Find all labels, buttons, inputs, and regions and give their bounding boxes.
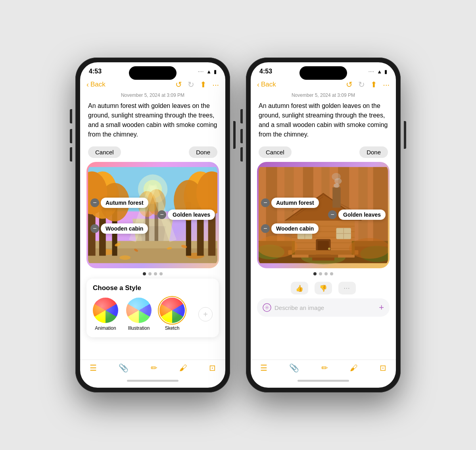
undo-icon-left[interactable]: ↺ — [175, 80, 182, 89]
pen-icon-right[interactable]: ✏ — [321, 363, 328, 373]
battery-icon-right: ▮ — [384, 69, 387, 75]
image-area-right: − Autumn forest − Golden leaves − Wooden… — [257, 162, 390, 268]
clip-icon-right[interactable]: 📎 — [289, 363, 299, 373]
back-button-right[interactable]: ‹ Back — [257, 81, 276, 89]
brush-icon-left[interactable]: 🖌 — [179, 363, 187, 373]
tag-wooden-cabin-left[interactable]: − Wooden cabin — [90, 223, 148, 234]
describe-placeholder[interactable]: Describe an image — [274, 304, 376, 311]
tag-label-autumn-right: Autumn forest — [271, 198, 319, 208]
list-icon-left[interactable]: ☰ — [90, 363, 97, 373]
note-content-left: November 5, 2024 at 3:09 PM An autumn fo… — [80, 92, 225, 360]
cancel-button-right[interactable]: Cancel — [259, 146, 292, 158]
bottom-toolbar-right: ☰ 📎 ✏ 🖌 ⊡ — [251, 360, 396, 377]
bottom-toolbar-left: ☰ 📎 ✏ 🖌 ⊡ — [80, 360, 225, 377]
list-icon-right[interactable]: ☰ — [260, 363, 267, 373]
tag-minus-left[interactable]: − — [90, 198, 99, 207]
tag-minus-golden-left[interactable]: − — [157, 210, 166, 219]
style-options: Animation Illustration Sketch — [93, 298, 185, 331]
tag-golden-leaves-right[interactable]: − Golden leaves — [328, 210, 386, 220]
pen-icon-left[interactable]: ✏ — [151, 363, 157, 373]
note-text-left: An autumn forest with golden leaves on t… — [80, 101, 225, 144]
animation-circle — [93, 298, 118, 323]
done-button-right[interactable]: Done — [359, 146, 388, 158]
status-time-left: 4:53 — [89, 68, 102, 75]
done-button-left[interactable]: Done — [189, 146, 217, 158]
tag-minus-autumn-right[interactable]: − — [261, 198, 270, 207]
tag-autumn-forest-right[interactable]: − Autumn forest — [261, 198, 319, 208]
note-date-right: November 5, 2024 at 3:09 PM — [251, 92, 396, 101]
sketch-circle — [159, 298, 185, 323]
cancel-button-left[interactable]: Cancel — [88, 146, 121, 158]
right-phone: 4:53 ···· ▲ ▮ ‹ Back ↺ ↻ ⬆ ··· — [246, 58, 401, 392]
describe-input-row: Describe an image + — [257, 298, 390, 317]
dot-1-left — [148, 272, 152, 275]
image-glow-left: − Autumn forest − Golden leaves − Wooden… — [86, 162, 219, 268]
tag-autumn-forest-left[interactable]: − Autumn forest — [90, 198, 148, 208]
edit-icon-right[interactable]: ⊡ — [380, 363, 386, 373]
style-option-illustration[interactable]: Illustration — [126, 298, 152, 331]
action-buttons-right: Cancel Done — [251, 144, 396, 162]
svg-rect-72 — [309, 255, 338, 258]
status-bar-left: 4:53 ···· ▲ ▮ — [80, 62, 225, 77]
svg-rect-73 — [312, 258, 334, 260]
chevron-left-icon-right: ‹ — [257, 81, 259, 89]
left-phone: 4:53 ···· ▲ ▮ ‹ Back ↺ ↻ ⬆ ··· — [75, 58, 230, 392]
thumbs-up-button[interactable]: 👍 — [291, 282, 308, 294]
thumbs-down-button[interactable]: 👎 — [315, 282, 332, 294]
svg-rect-56 — [332, 187, 340, 208]
tag-label-cabin-left: Wooden cabin — [101, 223, 148, 234]
back-label-right: Back — [261, 81, 276, 88]
svg-point-74 — [259, 235, 298, 258]
back-label-left: Back — [90, 81, 106, 88]
redo-icon-left[interactable]: ↻ — [188, 80, 194, 89]
more-icon-left[interactable]: ··· — [212, 80, 219, 89]
ai-sparkle-icon — [263, 303, 271, 312]
tag-minus-golden-right[interactable]: − — [328, 210, 337, 219]
undo-icon-right[interactable]: ↺ — [346, 80, 353, 89]
action-buttons-left: Cancel Done — [80, 144, 225, 162]
dot-0-left — [143, 272, 146, 275]
sketch-label: Sketch — [165, 325, 180, 331]
tag-minus-cabin-right[interactable]: − — [261, 224, 270, 233]
dot-2-left — [154, 272, 157, 275]
describe-plus-button[interactable]: + — [379, 302, 384, 313]
tag-minus-cabin-left[interactable]: − — [90, 224, 99, 233]
notch-right — [299, 66, 347, 80]
add-style-button[interactable]: + — [198, 307, 213, 321]
clip-icon-left[interactable]: 📎 — [119, 363, 129, 373]
brush-icon-right[interactable]: 🖌 — [350, 363, 358, 373]
tag-wooden-cabin-right[interactable]: − Wooden cabin — [261, 223, 319, 234]
home-bar-line-right — [298, 380, 349, 382]
back-button-left[interactable]: ‹ Back — [86, 81, 106, 89]
pagination-left — [80, 268, 225, 279]
notch-left — [129, 66, 177, 80]
more-icon-right[interactable]: ··· — [383, 80, 390, 89]
redo-icon-right[interactable]: ↻ — [358, 80, 365, 89]
style-option-animation[interactable]: Animation — [93, 298, 118, 331]
style-option-sketch[interactable]: Sketch — [159, 298, 185, 331]
dot-3-right — [330, 272, 333, 275]
wifi-icon-right: ▲ — [377, 69, 382, 75]
share-icon-left[interactable]: ⬆ — [200, 80, 207, 89]
status-time-right: 4:53 — [259, 68, 272, 75]
illustration-label: Illustration — [128, 325, 150, 331]
chevron-left-icon-left: ‹ — [86, 81, 89, 89]
svg-point-7 — [119, 256, 131, 260]
tag-label-autumn-left: Autumn forest — [101, 198, 148, 208]
signal-dots-right: ···· — [369, 69, 374, 74]
tag-golden-leaves-left[interactable]: − Golden leaves — [157, 210, 215, 220]
style-chooser: Choose a Style Animation Illustration — [86, 279, 219, 337]
illustration-circle — [126, 298, 152, 323]
more-options-button[interactable]: ··· — [338, 282, 356, 294]
edit-icon-left[interactable]: ⊡ — [209, 363, 216, 373]
home-bar-line-left — [127, 380, 178, 382]
share-icon-right[interactable]: ⬆ — [370, 80, 377, 89]
dot-2-right — [324, 272, 328, 275]
dot-0-right — [313, 272, 317, 275]
status-right-right: ···· ▲ ▮ — [369, 69, 387, 75]
status-right-left: ···· ▲ ▮ — [198, 69, 217, 75]
feedback-row-right: 👍 👎 ··· — [251, 279, 396, 298]
battery-icon-left: ▮ — [214, 69, 217, 75]
dot-3-left — [159, 272, 163, 275]
nav-actions-left: ↺ ↻ ⬆ ··· — [175, 80, 219, 89]
